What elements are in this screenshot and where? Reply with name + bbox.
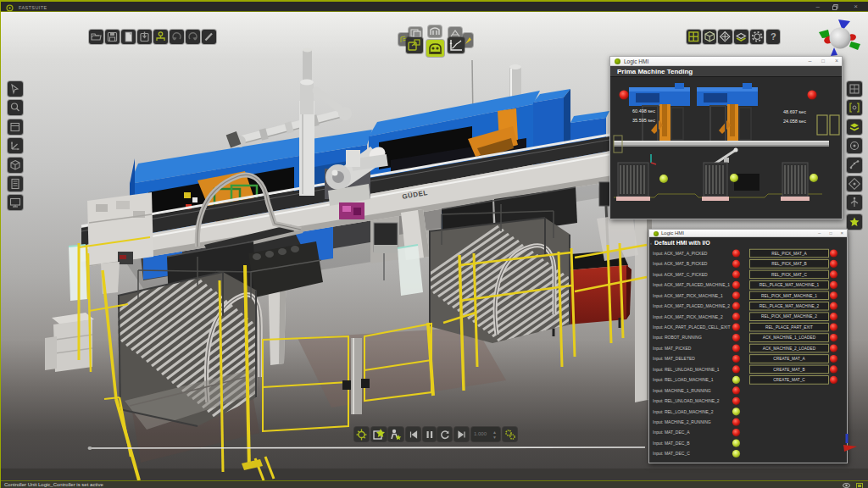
svg-text:ACK_MACHINE_2_LOADED: ACK_MACHINE_2_LOADED xyxy=(763,347,816,351)
svg-text:?: ? xyxy=(771,31,776,42)
svg-text:Input: ACK_MAT_C_PICKED: Input: ACK_MAT_C_PICKED xyxy=(653,272,708,277)
svg-text:REL_PICK_MAT_MACHINE_1: REL_PICK_MAT_MACHINE_1 xyxy=(761,294,817,298)
svg-text:Input: MACHINE_1_RUNNING: Input: MACHINE_1_RUNNING xyxy=(653,388,711,393)
svg-text:REL_PICK_MAT_A: REL_PICK_MAT_A xyxy=(771,252,807,256)
svg-text:Input: REL_LOAD_MACHINE_2: Input: REL_LOAD_MACHINE_2 xyxy=(653,409,714,414)
svg-text:Input: MAT_DELETED: Input: MAT_DELETED xyxy=(653,356,695,361)
svg-text:ACK_MACHINE_1_LOADED: ACK_MACHINE_1_LOADED xyxy=(763,336,816,340)
svg-text:Input: ACK_MAT_B_PICKED: Input: ACK_MAT_B_PICKED xyxy=(653,261,708,266)
svg-text:Input: ACK_MAT_PICK_MACHINE_1: Input: ACK_MAT_PICK_MACHINE_1 xyxy=(653,293,723,298)
svg-text:Input: ACK_MAT_PLACED_MACHINE_: Input: ACK_MAT_PLACED_MACHINE_1 xyxy=(653,282,730,287)
svg-text:REL_PICK_MAT_B: REL_PICK_MAT_B xyxy=(771,262,807,266)
svg-text:Input: MAT_PICKED: Input: MAT_PICKED xyxy=(653,346,692,351)
svg-text:Input: MACHINE_2_RUNNING: Input: MACHINE_2_RUNNING xyxy=(653,419,711,424)
svg-text:24.058 sec: 24.058 sec xyxy=(783,119,806,124)
svg-text:Input: REL_UNLOAD_MACHINE_2: Input: REL_UNLOAD_MACHINE_2 xyxy=(653,398,720,403)
svg-text:CREATE_MAT_A: CREATE_MAT_A xyxy=(773,357,805,361)
svg-text:48.697 sec: 48.697 sec xyxy=(783,109,806,114)
svg-text:Input: ACK_MAT_PLACED_MACHINE_: Input: ACK_MAT_PLACED_MACHINE_2 xyxy=(653,303,730,308)
svg-text:‹: ‹ xyxy=(650,241,652,246)
svg-text:REL_PLACE_PART_EXIT: REL_PLACE_PART_EXIT xyxy=(765,325,813,330)
svg-text:Input: MAT_DEC_B: Input: MAT_DEC_B xyxy=(653,441,690,446)
svg-text:REL_PICK_MAT_MACHINE_2: REL_PICK_MAT_MACHINE_2 xyxy=(761,314,817,319)
svg-text:Input: REL_UNLOAD_MACHINE_1: Input: REL_UNLOAD_MACHINE_1 xyxy=(653,367,720,372)
svg-text:REL_PICK_MAT_C: REL_PICK_MAT_C xyxy=(771,273,807,277)
svg-text:Input: MAT_DEC_A: Input: MAT_DEC_A xyxy=(653,430,690,435)
svg-text:Input: ACK_MAT_PICK_MACHINE_2: Input: ACK_MAT_PICK_MACHINE_2 xyxy=(653,314,723,319)
svg-text:REL_PLACE_MAT_MACHINE_1: REL_PLACE_MAT_MACHINE_1 xyxy=(760,283,820,287)
svg-text:Input: ROBOT_RUNNING: Input: ROBOT_RUNNING xyxy=(653,335,702,340)
svg-text:Input: MAT_DEC_C: Input: MAT_DEC_C xyxy=(653,451,690,456)
svg-text:35.595 sec: 35.595 sec xyxy=(632,118,655,123)
svg-text:CREATE_MAT_B: CREATE_MAT_B xyxy=(773,368,804,372)
svg-text:REL_PLACE_MAT_MACHINE_2: REL_PLACE_MAT_MACHINE_2 xyxy=(760,304,820,308)
svg-text:60.498 sec: 60.498 sec xyxy=(632,108,655,114)
svg-text:Input: ACK_MAT_A_PICKED: Input: ACK_MAT_A_PICKED xyxy=(653,251,708,256)
svg-text:Input: REL_LOAD_MACHINE_1: Input: REL_LOAD_MACHINE_1 xyxy=(653,377,714,382)
svg-text:Input: ACK_PART_PLACED_CELL_EX: Input: ACK_PART_PLACED_CELL_EXIT xyxy=(653,324,731,330)
svg-text:CREATE_MAT_C: CREATE_MAT_C xyxy=(773,378,805,382)
svg-text:Default HMI with I/O: Default HMI with I/O xyxy=(654,240,710,246)
